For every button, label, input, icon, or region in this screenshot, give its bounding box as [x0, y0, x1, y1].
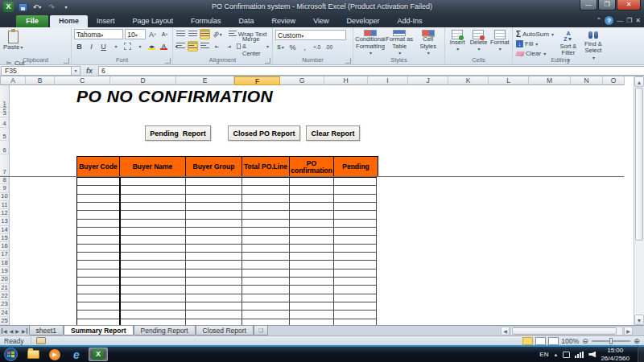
decrease-indent-button[interactable]: ⇤	[212, 41, 222, 51]
sheet-tab[interactable]: Summary Report	[64, 326, 134, 335]
row-header[interactable]: 14	[0, 226, 9, 234]
sheet-canvas[interactable]: PO NO CONFIRMATION Pending ReportClosed …	[10, 85, 624, 325]
shrink-font-button[interactable]: A˅	[159, 29, 170, 39]
row-header[interactable]: 6	[0, 141, 9, 154]
column-header[interactable]: H	[324, 76, 368, 85]
sheet-tab[interactable]: sheet1	[29, 326, 64, 335]
ribbon-tab[interactable]: Page Layout	[124, 15, 183, 27]
row-header[interactable]: 7	[0, 154, 9, 176]
zoom-slider[interactable]	[592, 340, 630, 342]
row-header[interactable]: 8	[0, 176, 9, 184]
borders-dropdown[interactable]	[134, 41, 145, 51]
merge-center-button[interactable]: Merge & Center	[236, 42, 270, 51]
alignment-dialog-launcher-icon[interactable]	[265, 58, 270, 64]
prev-sheet-icon[interactable]: ◀	[10, 328, 14, 334]
row-header[interactable]: 24	[0, 309, 9, 317]
name-box-dropdown-icon[interactable]: ▾	[72, 66, 80, 76]
orientation-button[interactable]: ab	[212, 29, 223, 39]
macro-record-icon[interactable]	[36, 337, 46, 344]
language-indicator[interactable]: EN	[539, 351, 548, 358]
sheet-tab[interactable]: Closed Report	[196, 326, 254, 335]
clipboard-dialog-launcher-icon[interactable]	[64, 58, 69, 64]
row-header[interactable]: 13	[0, 217, 9, 225]
row-header[interactable]: 5	[0, 128, 9, 141]
row-header[interactable]: 23	[0, 300, 9, 308]
column-header[interactable]: G	[280, 76, 324, 85]
sheet-tab[interactable]: Pending Report	[134, 326, 196, 335]
row-header[interactable]: 19	[0, 267, 9, 275]
scroll-down-icon[interactable]: ▼	[634, 315, 644, 325]
po-table-header-cell[interactable]: PO confirmation	[290, 157, 334, 177]
font-dialog-launcher-icon[interactable]	[165, 58, 171, 64]
row-header[interactable]: 15	[0, 234, 9, 242]
vertical-scrollbar[interactable]: ▲ ▼	[634, 76, 644, 325]
underline-button[interactable]: U	[98, 41, 109, 51]
hidden-icons-icon[interactable]: ▲	[553, 352, 558, 357]
taskbar-excel-button[interactable]: X	[89, 348, 108, 361]
normal-view-icon[interactable]	[522, 337, 533, 345]
row-header[interactable]: 10	[0, 193, 9, 201]
page-break-view-icon[interactable]	[548, 337, 559, 345]
column-header[interactable]: N	[571, 76, 603, 85]
decrease-decimal-button[interactable]: .00	[324, 42, 334, 52]
page-layout-view-icon[interactable]	[535, 337, 546, 345]
scroll-up-icon[interactable]: ▲	[634, 76, 644, 87]
increase-indent-button[interactable]: ⇥	[224, 41, 234, 51]
horizontal-scroll-thumb[interactable]	[512, 327, 617, 335]
font-size-select[interactable]: 10	[125, 29, 146, 39]
volume-muted-icon[interactable]: ✕	[588, 352, 596, 358]
column-header[interactable]: A	[1, 76, 26, 85]
po-table-header-cell[interactable]: Total PO.Line	[242, 157, 290, 177]
column-header[interactable]: D	[110, 76, 176, 85]
collapse-ribbon-icon[interactable]: ⌃	[596, 17, 601, 24]
ribbon-tab[interactable]: Formulas	[182, 15, 230, 27]
last-sheet-icon[interactable]: ▶	[22, 328, 27, 334]
row-header[interactable]: 17	[0, 251, 9, 259]
row-header[interactable]: 11	[0, 201, 9, 209]
borders-button[interactable]	[122, 41, 133, 51]
comma-style-button[interactable]: ,	[299, 42, 310, 52]
formula-input[interactable]: 6	[98, 66, 644, 76]
conditional-formatting-button[interactable]: Conditional Formatting	[356, 29, 385, 56]
bottom-align-button[interactable]	[200, 29, 210, 39]
row-header[interactable]: 21	[0, 284, 9, 292]
row-header[interactable]: 12	[0, 209, 9, 217]
increase-decimal-button[interactable]: +.0	[312, 42, 322, 52]
scroll-right-icon[interactable]: ▶	[624, 327, 633, 335]
row-header[interactable]: 18	[0, 259, 9, 267]
top-align-button[interactable]	[175, 29, 186, 39]
insert-worksheet-icon[interactable]: ❏	[254, 326, 268, 335]
workbook-close-icon[interactable]: ✕	[635, 17, 641, 24]
zoom-out-icon[interactable]: ⊖	[581, 337, 589, 345]
table-body[interactable]	[76, 177, 377, 325]
zoom-in-icon[interactable]: ⊕	[633, 337, 641, 345]
vertical-scroll-thumb[interactable]	[635, 88, 643, 241]
align-left-button[interactable]	[175, 41, 186, 51]
report-button[interactable]: Pending Report	[145, 125, 211, 141]
start-button[interactable]	[0, 347, 21, 362]
number-format-select[interactable]: Custom	[275, 30, 346, 40]
row-header[interactable]: 22	[0, 292, 9, 300]
ribbon-tab[interactable]: Review	[263, 15, 305, 27]
align-right-button[interactable]	[200, 41, 210, 51]
ribbon-tab[interactable]: Home	[50, 15, 88, 27]
ribbon-tab[interactable]: View	[304, 15, 337, 27]
minimize-button[interactable]: —	[580, 0, 597, 10]
accounting-format-button[interactable]: $	[275, 42, 286, 52]
workbook-minimize-icon[interactable]: —	[617, 17, 623, 24]
report-button[interactable]: Clear Report	[306, 125, 360, 141]
column-header[interactable]: I	[368, 76, 408, 85]
bold-button[interactable]: B	[74, 41, 85, 51]
close-button[interactable]: ✕	[617, 0, 641, 10]
ribbon-tab[interactable]: Add-Ins	[389, 15, 431, 27]
ribbon-tab[interactable]: Data	[230, 15, 263, 27]
fill-button[interactable]: ↓Fill	[515, 39, 555, 48]
po-table-header-cell[interactable]: Buyer Code	[77, 157, 120, 177]
taskbar-ie-button[interactable]: e	[67, 348, 86, 361]
po-table-header-cell[interactable]: Buyer Name	[120, 157, 186, 177]
horizontal-scrollbar[interactable]: ◀ ▶	[501, 326, 644, 335]
paste-button[interactable]: Paste	[2, 29, 23, 57]
restore-button[interactable]: ❐	[598, 0, 616, 10]
ribbon-tab[interactable]: Developer	[337, 15, 388, 27]
italic-button[interactable]: I	[86, 41, 97, 51]
